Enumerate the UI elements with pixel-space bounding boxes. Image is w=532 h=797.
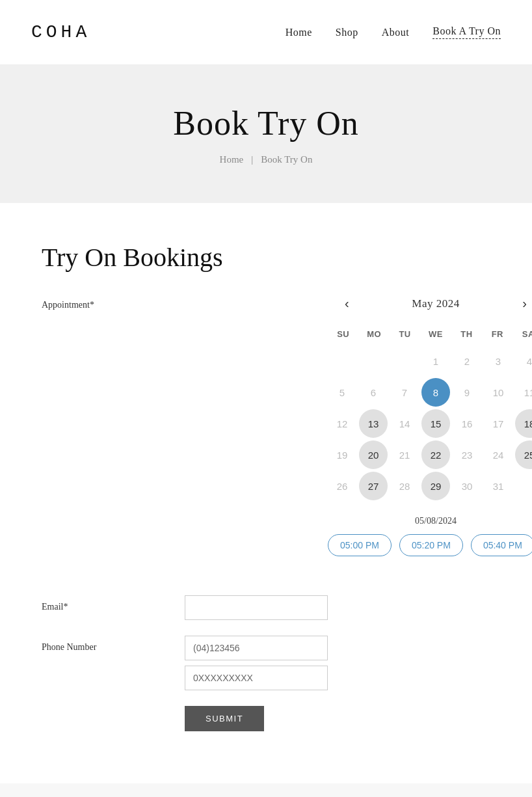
next-month-button[interactable]: › — [516, 293, 532, 314]
email-row: Email* — [42, 595, 490, 620]
nav-about[interactable]: About — [382, 27, 410, 38]
appointment-row: Appointment* ‹ May 2024 › SU MO TU WE TH… — [42, 293, 490, 580]
day-cell-21: 19 — [328, 440, 356, 469]
day-cell-5: 3 — [484, 347, 512, 375]
phone-label: Phone Number — [42, 636, 185, 653]
time-slot-2[interactable]: 05:40 PM — [471, 534, 532, 556]
day-header-fr: FR — [482, 327, 512, 342]
day-cell-22[interactable]: 20 — [359, 440, 388, 469]
day-cell-4: 2 — [453, 347, 481, 375]
day-cell-7: 5 — [328, 378, 356, 407]
day-cell-18: 16 — [453, 409, 481, 438]
day-header-mo: MO — [358, 327, 389, 342]
day-cell-19: 17 — [484, 409, 512, 438]
days-grid: 1234567891011121314151617181920212223242… — [328, 347, 532, 500]
day-header-we: WE — [420, 327, 451, 342]
day-cell-14: 12 — [328, 409, 356, 438]
day-cell-3: 1 — [421, 347, 450, 375]
day-cell-15[interactable]: 13 — [359, 409, 388, 438]
time-slot-1[interactable]: 05:20 PM — [399, 534, 463, 556]
day-cell-2 — [390, 347, 419, 375]
day-cell-10[interactable]: 8 — [421, 378, 450, 407]
day-cell-16: 14 — [390, 409, 419, 438]
nav-home[interactable]: Home — [286, 27, 312, 38]
day-cell-13: 11 — [515, 378, 532, 407]
main-content: Try On Bookings Appointment* ‹ May 2024 … — [0, 203, 532, 783]
calendar-nav: ‹ May 2024 › — [328, 293, 532, 314]
day-cell-34 — [515, 472, 532, 500]
day-cell-32: 30 — [453, 472, 481, 500]
day-cell-26: 24 — [484, 440, 512, 469]
email-label: Email* — [42, 595, 185, 612]
page-title: Book Try On — [26, 104, 506, 142]
breadcrumb-home[interactable]: Home — [220, 154, 244, 165]
day-header-tu: TU — [390, 327, 420, 342]
day-cell-11: 9 — [453, 378, 481, 407]
time-slot-0[interactable]: 05:00 PM — [328, 534, 392, 556]
day-cell-31[interactable]: 29 — [421, 472, 450, 500]
hero-section: Book Try On Home | Book Try On — [0, 65, 532, 198]
calendar-month: May 2024 — [412, 297, 459, 310]
breadcrumb: Home | Book Try On — [26, 154, 506, 165]
day-header-th: TH — [451, 327, 482, 342]
day-cell-24[interactable]: 22 — [421, 440, 450, 469]
main-nav: Home Shop About Book A Try On — [286, 25, 501, 39]
day-cell-29[interactable]: 27 — [359, 472, 388, 500]
day-cell-17[interactable]: 15 — [421, 409, 450, 438]
day-cell-1 — [359, 347, 388, 375]
day-cell-9: 7 — [390, 378, 419, 407]
day-cell-0 — [328, 347, 356, 375]
section-divider — [0, 198, 532, 203]
day-cell-27[interactable]: 25 — [515, 440, 532, 469]
calendar-container: ‹ May 2024 › SU MO TU WE TH FR SA 123456… — [328, 293, 532, 500]
breadcrumb-separator: | — [251, 154, 253, 165]
nav-book-try-on[interactable]: Book A Try On — [432, 25, 501, 39]
day-cell-33: 31 — [484, 472, 512, 500]
day-cell-12: 10 — [484, 378, 512, 407]
day-cell-8: 6 — [359, 378, 388, 407]
phone-input-format: (04)123456 — [185, 636, 328, 660]
day-cell-23: 21 — [390, 440, 419, 469]
calendar-wrapper: ‹ May 2024 › SU MO TU WE TH FR SA 123456… — [185, 293, 532, 580]
phone-inputs: (04)123456 0XXXXXXXXX — [185, 636, 328, 690]
day-cell-20[interactable]: 18 — [515, 409, 532, 438]
day-header-su: SU — [328, 327, 358, 342]
phone-input-field[interactable]: 0XXXXXXXXX — [185, 666, 328, 690]
breadcrumb-current: Book Try On — [261, 154, 312, 165]
site-header: COHA Home Shop About Book A Try On — [0, 0, 532, 65]
phone-row: Phone Number (04)123456 0XXXXXXXXX — [42, 636, 490, 690]
nav-shop[interactable]: Shop — [336, 27, 358, 38]
day-cell-25: 23 — [453, 440, 481, 469]
day-headers: SU MO TU WE TH FR SA — [328, 327, 532, 342]
section-title: Try On Bookings — [42, 242, 490, 273]
day-header-sa: SA — [513, 327, 532, 342]
prev-month-button[interactable]: ‹ — [338, 293, 356, 314]
day-cell-6: 4 — [515, 347, 532, 375]
submit-button[interactable]: SUBMIT — [185, 706, 264, 731]
site-logo: COHA — [31, 22, 90, 42]
day-cell-30: 28 — [390, 472, 419, 500]
day-cell-28: 26 — [328, 472, 356, 500]
email-field[interactable] — [185, 595, 328, 620]
selected-date: 05/08/2024 — [328, 516, 532, 526]
appointment-label: Appointment* — [42, 293, 185, 310]
time-slots: 05:00 PM 05:20 PM 05:40 PM — [328, 534, 532, 556]
